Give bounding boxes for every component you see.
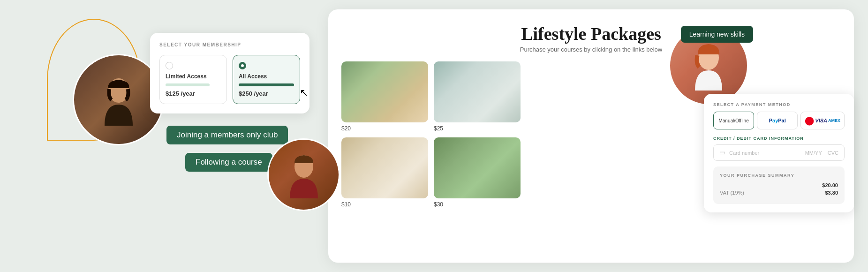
option-all-access[interactable]: All Access $250 /year ↖	[233, 55, 300, 104]
radio-limited[interactable]	[166, 62, 173, 69]
tag-learning[interactable]: Learning new skills	[681, 26, 753, 43]
option-all-price: $250 /year	[239, 90, 294, 97]
main-panel-title: Lifestyle Packages	[341, 23, 841, 44]
course-price-2: $25	[434, 124, 521, 132]
main-panel-subtitle: Purchase your courses by clicking on the…	[341, 46, 841, 53]
avatar-man	[267, 138, 340, 211]
card-icons: ⬤ VISA AMEX	[805, 115, 840, 126]
course-price-3: $10	[341, 200, 428, 208]
option-all-bar	[239, 83, 294, 86]
course-img-4	[434, 137, 521, 198]
payment-panel: SELECT A PAYMENT METHOD Manual/Offline P…	[704, 94, 854, 212]
pay-method-manual[interactable]: Manual/Offline	[713, 112, 754, 129]
card-expiry-cvc: MM/YY CVC	[805, 150, 838, 156]
summary-row-vat: VAT (19%) $3.80	[720, 190, 838, 196]
course-price-4: $30	[434, 200, 521, 208]
course-item-4[interactable]: $30	[434, 137, 521, 208]
option-limited-price: $125 /year	[166, 90, 221, 97]
option-limited-name: Limited Access	[166, 73, 221, 80]
cursor-icon: ↖	[300, 87, 308, 99]
summary-title: YOUR PURCHASE SUMMARY	[720, 173, 838, 178]
course-item-2[interactable]: $25	[434, 61, 521, 132]
radio-all-access[interactable]	[239, 62, 246, 69]
course-price-1: $20	[341, 124, 428, 132]
card-info-label: Credit / Debit Card Information	[713, 136, 845, 141]
pay-method-card[interactable]: ⬤ VISA AMEX	[800, 112, 845, 129]
pay-method-paypal[interactable]: PayPal	[757, 112, 798, 129]
card-input-row[interactable]: ▭ Card number MM/YY CVC	[713, 144, 845, 161]
tag-following[interactable]: Following a course	[185, 153, 272, 172]
payment-methods: Manual/Offline PayPal ⬤ VISA AMEX	[713, 112, 845, 129]
membership-options: Limited Access $125 /year All Access $25…	[159, 55, 300, 104]
option-all-name: All Access	[239, 73, 294, 80]
visa-icon: VISA	[815, 118, 827, 123]
course-img-3	[341, 137, 428, 198]
summary-vat-value: $3.80	[825, 190, 838, 196]
card-number-placeholder: Card number	[729, 150, 801, 156]
courses-grid: $20 $25 $10 $30	[341, 61, 520, 208]
membership-card-title: SELECT YOUR MEMBERSHIP	[159, 42, 300, 47]
mastercard-icon: ⬤	[805, 115, 814, 126]
summary-item-value: $20.00	[822, 182, 838, 188]
summary-row-price: $20.00	[720, 182, 838, 188]
tag-joining[interactable]: Joining a members only club	[166, 126, 288, 144]
course-img-2	[434, 61, 521, 122]
paypal-logo: PayPal	[769, 118, 786, 123]
option-limited[interactable]: Limited Access $125 /year	[159, 55, 227, 104]
course-img-1	[341, 61, 428, 122]
payment-panel-title: SELECT A PAYMENT METHOD	[713, 102, 845, 107]
purchase-summary: YOUR PURCHASE SUMMARY $20.00 VAT (19%) $…	[713, 166, 845, 204]
option-limited-bar	[166, 83, 210, 86]
course-item-1[interactable]: $20	[341, 61, 428, 132]
amex-icon: AMEX	[828, 118, 840, 123]
summary-vat-label: VAT (19%)	[720, 190, 744, 196]
card-icon: ▭	[719, 149, 725, 157]
course-item-3[interactable]: $10	[341, 137, 428, 208]
membership-card: SELECT YOUR MEMBERSHIP Limited Access $1…	[150, 33, 309, 113]
